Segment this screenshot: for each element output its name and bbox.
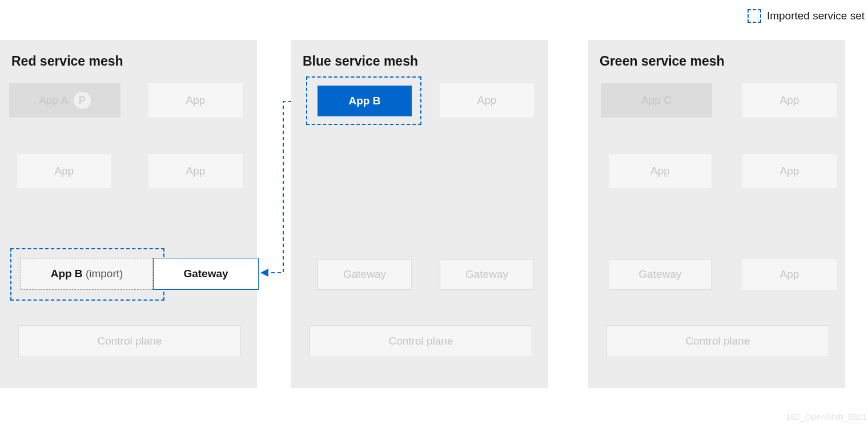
node-app-c: App C: [601, 83, 712, 118]
legend-swatch: [748, 9, 761, 23]
node-green-gateway: Gateway: [609, 259, 712, 290]
node-app-b-import: App B (import): [21, 258, 153, 290]
node-blue-app-1: App: [440, 83, 534, 118]
legend: Imported service set: [748, 9, 865, 23]
node-green-app-4: App: [742, 259, 837, 290]
node-app-b: App B: [318, 86, 412, 116]
node-green-app-3: App: [742, 154, 837, 188]
node-blue-control-plane: Control plane: [310, 325, 532, 357]
node-red-gateway: Gateway: [153, 258, 259, 290]
mesh-title-blue: Blue service mesh: [303, 54, 539, 69]
diagram-stage: Red service mesh App A P App App App Con…: [0, 40, 868, 388]
node-blue-gateway-2: Gateway: [440, 259, 534, 290]
app-b-import-paren: (import): [86, 268, 123, 280]
node-red-control-plane: Control plane: [18, 325, 241, 357]
svg-marker-16: [260, 269, 268, 277]
mesh-blue: Blue service mesh App B App Gateway Gate…: [291, 40, 548, 388]
node-red-app-1: App: [148, 83, 243, 118]
node-red-app-3: App: [148, 154, 243, 188]
node-app-a: App A P: [9, 83, 120, 118]
node-green-app-1: App: [742, 83, 837, 118]
p-badge: P: [74, 92, 91, 109]
mesh-title-green: Green service mesh: [600, 54, 836, 69]
mesh-green: Green service mesh App C App App App Gat…: [588, 40, 845, 388]
legend-label: Imported service set: [767, 10, 865, 22]
mesh-title-red: Red service mesh: [11, 54, 248, 69]
node-app-a-label: App A: [39, 94, 68, 107]
node-green-control-plane: Control plane: [606, 325, 829, 357]
mesh-red: Red service mesh App A P App App App Con…: [0, 40, 257, 388]
app-b-import-label: App B: [51, 268, 83, 280]
node-blue-gateway-1: Gateway: [318, 259, 412, 290]
node-red-app-2: App: [17, 154, 111, 188]
footer-note: 182_OpenShift_0921: [786, 412, 867, 422]
node-green-app-2: App: [609, 154, 712, 188]
